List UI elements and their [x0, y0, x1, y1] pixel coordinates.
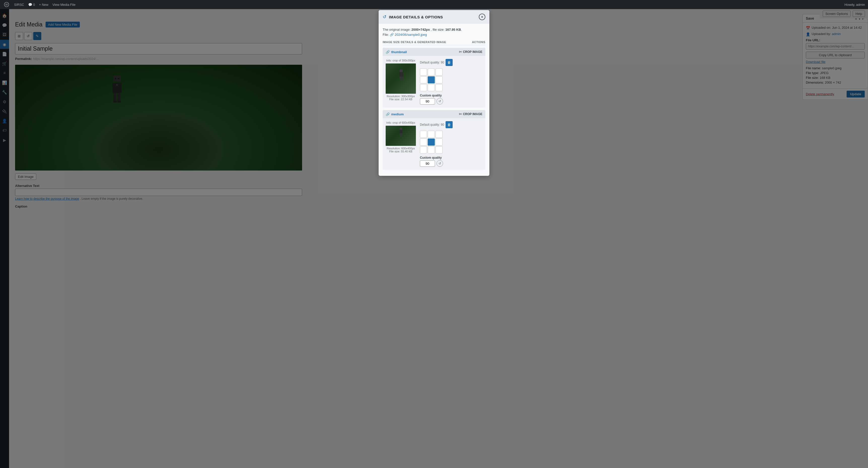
- thumbnail-info-text: Info: crop of 300x300px: [386, 59, 416, 62]
- crop-icon-thumbnail: ✂: [459, 50, 462, 54]
- howdy-text: Howdy, admin: [845, 3, 865, 6]
- thumbnail-preview-image: [386, 63, 416, 94]
- medium-controls: Default quality: 90 🗑: [420, 121, 482, 167]
- link-icon-thumbnail: 🔗: [386, 50, 390, 54]
- trash-icon-medium: 🗑: [447, 123, 451, 127]
- thumbnail-file-size: File size: 22.54 KB: [386, 98, 416, 101]
- crop-icon-medium: ✂: [459, 112, 462, 116]
- thumbnail-custom-quality-section: Custom quality ↺: [420, 94, 482, 105]
- thumbnail-delete-button[interactable]: 🗑: [445, 59, 453, 66]
- crop-cell-1-1[interactable]: [428, 76, 435, 83]
- medium-crop-cell-0-2[interactable]: [435, 131, 442, 138]
- thumbnail-crop-button[interactable]: ✂ CROP IMAGE: [459, 50, 482, 54]
- medium-header: 🔗 medium ✂ CROP IMAGE: [383, 110, 485, 118]
- wp-logo[interactable]: W: [3, 1, 10, 8]
- medium-custom-quality-label: Custom quality: [420, 156, 482, 159]
- thumbnail-custom-quality-label: Custom quality: [420, 94, 482, 97]
- image-details-modal: ↺ IMAGE DETAILS & OPTIONS × The original…: [379, 10, 489, 176]
- thumbnail-quality-row: Default quality: 90 🗑: [420, 59, 482, 66]
- trash-icon-thumbnail: 🗑: [447, 60, 451, 64]
- medium-crop-cell-1-1[interactable]: [428, 139, 435, 146]
- medium-crop-cell-1-0[interactable]: [420, 139, 427, 146]
- thumbnail-quality-label: Default quality: 90: [420, 61, 444, 64]
- view-media-file-link[interactable]: View Media File: [52, 3, 75, 6]
- modal-original-info: The original image: 2000×742px , file si…: [383, 27, 485, 37]
- medium-refresh-button[interactable]: ↺: [436, 160, 443, 167]
- comments-link[interactable]: 💬 0: [28, 3, 35, 6]
- medium-info-text: Info: crop of 600x400px: [386, 121, 416, 124]
- thumbnail-content: Info: crop of 300x300px: [383, 56, 485, 108]
- link-icon: 🔗: [390, 33, 394, 36]
- svg-text:W: W: [5, 3, 8, 6]
- medium-resolution: Resolution: 600x400px: [386, 147, 416, 150]
- medium-crop-button[interactable]: ✂ CROP IMAGE: [459, 112, 482, 116]
- medium-robot: [397, 128, 405, 136]
- modal-refresh-icon: ↺: [383, 14, 386, 20]
- thumbnail-controls: Default quality: 90 🗑: [420, 59, 482, 105]
- crop-cell-2-1[interactable]: [428, 84, 435, 91]
- modal-file-link[interactable]: 🔗 2024/06/sample0.jpeg: [390, 33, 427, 36]
- thumbnail-quality-input[interactable]: [420, 98, 435, 105]
- new-content-link[interactable]: + New: [39, 3, 48, 6]
- medium-quality-input[interactable]: [420, 160, 435, 167]
- modal-section-header: IMAGE SIZE DETAILS & GENERATED IMAGE ACT…: [383, 39, 485, 45]
- medium-file-size: File size: 55.40 KB: [386, 150, 416, 153]
- crop-cell-2-0[interactable]: [420, 84, 427, 91]
- medium-crop-cell-2-1[interactable]: [428, 146, 435, 153]
- medium-crop-cell-2-2[interactable]: [435, 146, 442, 153]
- thumbnail-robot: [396, 69, 406, 80]
- medium-crop-cell-2-0[interactable]: [420, 146, 427, 153]
- thumbnail-preview-area: Info: crop of 300x300px: [386, 59, 416, 101]
- thumbnail-header: 🔗 thumbnail ✂ CROP IMAGE: [383, 48, 485, 56]
- crop-cell-2-2[interactable]: [435, 84, 442, 91]
- medium-section: 🔗 medium ✂ CROP IMAGE Info: crop of 600x…: [383, 110, 485, 170]
- crop-cell-1-0[interactable]: [420, 76, 427, 83]
- thumbnail-name: 🔗 thumbnail: [386, 50, 407, 54]
- thumbnail-custom-quality-row: ↺: [420, 98, 482, 105]
- medium-custom-quality-row: ↺: [420, 160, 482, 167]
- crop-cell-1-2[interactable]: [435, 76, 442, 83]
- thumbnail-resolution: Resolution: 300x300px: [386, 95, 416, 98]
- comment-icon: 💬: [28, 3, 32, 6]
- modal-close-button[interactable]: ×: [479, 13, 485, 20]
- admin-bar: W SIRSC 💬 0 + New View Media File Howdy,…: [0, 0, 868, 9]
- medium-crop-grid: [420, 131, 482, 153]
- medium-quality-row: Default quality: 90 🗑: [420, 121, 482, 128]
- modal-header: ↺ IMAGE DETAILS & OPTIONS ×: [379, 10, 489, 24]
- medium-preview-area: Info: crop of 600x400px: [386, 121, 416, 153]
- medium-name: 🔗 medium: [386, 112, 404, 116]
- site-name[interactable]: SIRSC: [14, 3, 24, 6]
- medium-crop-cell-1-2[interactable]: [435, 139, 442, 146]
- medium-content: Info: crop of 600x400px: [383, 118, 485, 170]
- modal-title: IMAGE DETAILS & OPTIONS: [389, 15, 476, 19]
- medium-custom-quality-section: Custom quality ↺: [420, 156, 482, 167]
- link-icon-medium: 🔗: [386, 112, 390, 116]
- crop-cell-0-0[interactable]: [420, 68, 427, 76]
- modal-body: The original image: 2000×742px , file si…: [379, 24, 489, 176]
- crop-cell-0-2[interactable]: [435, 68, 442, 76]
- medium-crop-cell-0-0[interactable]: [420, 131, 427, 138]
- thumbnail-refresh-button[interactable]: ↺: [436, 98, 443, 105]
- medium-preview-image: [386, 126, 416, 146]
- crop-cell-0-1[interactable]: [428, 68, 435, 76]
- thumbnail-crop-grid: [420, 68, 482, 91]
- medium-delete-button[interactable]: 🗑: [445, 121, 453, 128]
- thumbnail-section: 🔗 thumbnail ✂ CROP IMAGE Info: crop of 3…: [383, 48, 485, 108]
- medium-crop-cell-0-1[interactable]: [428, 131, 435, 138]
- modal-overlay[interactable]: ↺ IMAGE DETAILS & OPTIONS × The original…: [0, 0, 868, 468]
- medium-quality-label: Default quality: 90: [420, 123, 444, 126]
